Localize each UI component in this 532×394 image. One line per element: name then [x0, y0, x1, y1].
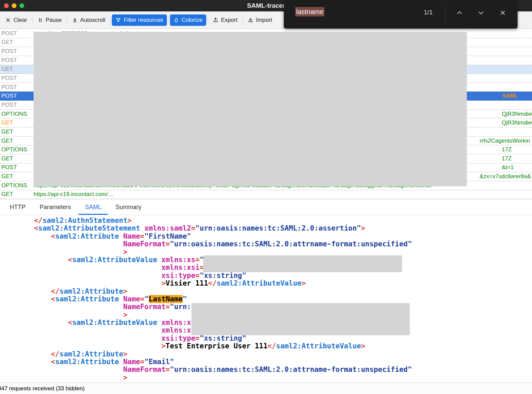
- request-url-tail: &zx=x7sdc8arer8a&: [480, 173, 531, 180]
- redacted-region: [203, 255, 402, 272]
- export-button[interactable]: Export: [209, 14, 241, 26]
- toolbar-separator: [32, 16, 33, 24]
- request-url-tail: &t=1: [502, 164, 514, 171]
- xml-line: <saml2:Attribute Name="LastName": [0, 295, 532, 303]
- import-label: Import: [256, 17, 272, 23]
- xml-line: </saml2:Attribute>: [0, 350, 532, 358]
- chevron-up-icon: [455, 9, 463, 17]
- next-match-button[interactable]: [474, 6, 488, 20]
- export-icon: [213, 17, 218, 23]
- xml-line: >Visier 111</saml2:AttributeValue>: [0, 280, 532, 287]
- request-method: POST: [1, 30, 17, 37]
- request-method: GET: [1, 119, 13, 126]
- pause-label: Pause: [46, 17, 62, 23]
- xml-line: NameFormat="urn:oasis:names:tc:SAML:2.0:…: [0, 240, 532, 248]
- request-method: GET: [1, 129, 13, 135]
- request-method: GET: [1, 138, 13, 144]
- request-method: GET: [1, 191, 13, 198]
- autoscroll-label: Autoscroll: [80, 17, 105, 23]
- status-bar: 847 requests received (33 hidden): [0, 383, 532, 394]
- request-url-tail: 17Z: [502, 155, 512, 162]
- request-method: POST: [1, 93, 17, 99]
- status-text: 847 requests received (33 hidden): [0, 385, 85, 392]
- xml-line: NameFormat="urn:oasis:names:tc:SAML:2.0:…: [0, 366, 532, 374]
- close-search-button[interactable]: [496, 6, 510, 20]
- colorize-label: Colorize: [182, 17, 203, 23]
- request-method: POST: [1, 84, 17, 91]
- autoscroll-button[interactable]: Autoscroll: [69, 14, 109, 26]
- request-url: https://api-c19.incontact.com/…: [34, 191, 114, 198]
- redacted-region: [34, 32, 467, 186]
- request-url-tail: QjR3NmdieGpZWi96: [502, 119, 532, 126]
- filter-icon: [116, 17, 121, 23]
- import-icon: [248, 17, 253, 23]
- export-label: Export: [221, 17, 237, 23]
- toolbar-separator: [67, 16, 67, 24]
- colorize-button[interactable]: Colorize: [170, 14, 206, 26]
- request-method: GET: [1, 39, 13, 46]
- filter-label: Filter resources: [124, 17, 163, 23]
- search-query-text: lastname: [295, 7, 324, 16]
- search-match-highlight: LastName: [149, 295, 183, 303]
- request-method: GET: [1, 173, 13, 180]
- toolbar-separator: [208, 16, 208, 24]
- xml-line: >Test Enterprise User 111</saml2:Attribu…: [0, 342, 532, 350]
- search-overlay: lastname 1/1: [284, 0, 518, 29]
- request-method: POST: [1, 164, 17, 171]
- detail-tabs: HTTPParametersSAMLSummary: [0, 199, 532, 215]
- xml-line: <saml2:AttributeStatement xmlns:saml2="u…: [0, 225, 532, 232]
- pause-icon: [38, 17, 43, 23]
- redacted-region: [191, 303, 410, 335]
- request-method: POST: [1, 75, 17, 82]
- clear-icon: [5, 17, 11, 23]
- pause-button[interactable]: Pause: [34, 14, 65, 26]
- chevron-down-icon: [477, 9, 485, 17]
- clear-button[interactable]: Clear: [2, 14, 31, 26]
- xml-line: >: [0, 374, 532, 382]
- request-url-tail: n%2CagentsWorkin: [480, 138, 530, 144]
- import-button[interactable]: Import: [244, 14, 276, 26]
- tab-summary[interactable]: Summary: [108, 199, 148, 215]
- request-url-tail: 17Z: [502, 146, 512, 153]
- request-method: OPTIONS: [1, 111, 27, 117]
- xml-line: xsi:type="xs:string": [0, 272, 532, 280]
- search-divider: [445, 4, 445, 24]
- request-method: POST: [1, 48, 17, 55]
- match-counter: 1/1: [424, 9, 433, 16]
- xml-line: <saml2:Attribute Name="Email": [0, 358, 532, 366]
- tab-saml[interactable]: SAML: [78, 199, 108, 215]
- request-url-tail: QjR3NmdieGpZWi96: [502, 111, 532, 117]
- xml-line: >: [0, 248, 532, 256]
- close-icon: [499, 9, 507, 17]
- xml-line: </saml2:AuthnStatement>: [0, 217, 532, 225]
- toolbar-separator: [110, 16, 110, 24]
- request-method: OPTIONS: [1, 182, 27, 189]
- request-method: GET: [1, 66, 13, 72]
- toolbar-separator: [242, 16, 243, 24]
- saml-code: </saml2:AuthnStatement> <saml2:Attribute…: [0, 215, 532, 383]
- request-row[interactable]: GEThttps://api-c19.incontact.com/…: [0, 190, 532, 199]
- filter-button[interactable]: Filter resources: [112, 14, 167, 26]
- request-method: GET: [1, 155, 13, 162]
- xml-line: xsi:type="xs:string": [0, 335, 532, 342]
- autoscroll-icon: [72, 17, 78, 23]
- search-input[interactable]: lastname: [295, 8, 324, 16]
- clear-label: Clear: [13, 17, 27, 23]
- request-method: OPTIONS: [1, 146, 27, 153]
- toolbar-separator: [168, 16, 169, 24]
- colorize-icon: [174, 17, 179, 23]
- tab-parameters[interactable]: Parameters: [33, 199, 78, 215]
- saml-badge: SAML: [502, 93, 518, 99]
- request-method: POST: [1, 57, 17, 64]
- prev-match-button[interactable]: [452, 6, 467, 20]
- xml-line: </saml2:Attribute>: [0, 288, 532, 295]
- xml-line: <saml2:Attribute Name="FirstName": [0, 233, 532, 240]
- request-method: POST: [1, 102, 17, 108]
- tab-http[interactable]: HTTP: [3, 199, 33, 215]
